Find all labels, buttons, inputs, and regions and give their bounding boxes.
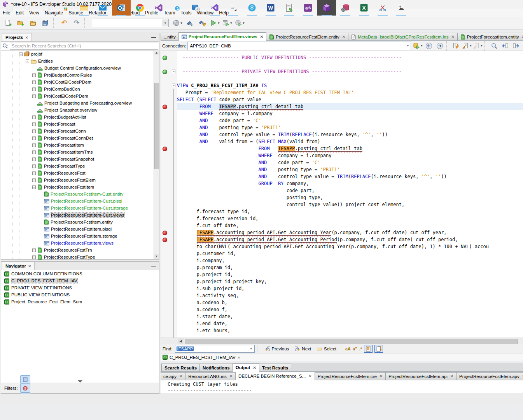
- navigator-tab[interactable]: Navigator ✕: [2, 262, 35, 270]
- deploy-db-button[interactable]: ▼: [413, 41, 423, 51]
- last-edit-button[interactable]: [451, 41, 462, 51]
- highlight-results-button[interactable]: [364, 345, 373, 353]
- projects-tab[interactable]: Projects ✕: [2, 33, 32, 41]
- find-previous-button[interactable]: Previous: [263, 345, 291, 352]
- editor-tab[interactable]: MetaData_IstoolBIQfactCProjResFcstItem.i…: [348, 33, 458, 40]
- whole-word-button[interactable]: a”: [353, 346, 357, 351]
- output-tab[interactable]: Notifications: [199, 364, 233, 371]
- nav-back-button[interactable]: [423, 41, 434, 51]
- close-icon[interactable]: ✕: [253, 366, 256, 370]
- taskbar-excel[interactable]: X: [355, 0, 373, 16]
- taskbar-ifs-app[interactable]: IFS: [299, 0, 317, 16]
- code-line[interactable]: p.project_id,: [177, 271, 523, 278]
- navigator-item[interactable]: PUBLIC VIEW DEFINITIONS: [1, 291, 159, 298]
- close-icon[interactable]: ✕: [260, 35, 263, 39]
- collapse-icon[interactable]: −: [32, 186, 36, 189]
- regex-button[interactable]: .*: [359, 346, 362, 351]
- tree-item[interactable]: +ProjectResourceFcstElem: [1, 177, 159, 184]
- tree-item[interactable]: +ProjCostElCodePDem: [1, 93, 159, 100]
- code-line[interactable]: VIEW C_PROJ_RES_FCST_ITEM_IAV IS: [177, 82, 523, 89]
- tree-item[interactable]: +ProjCompBudCon: [1, 86, 159, 93]
- tree-item[interactable]: Budget Control Configuration.overview: [1, 65, 159, 72]
- expand-icon[interactable]: +: [32, 74, 36, 77]
- error-badge-icon[interactable]: [163, 105, 167, 109]
- breadcrumb-item[interactable]: C_PROJ_RES_FCST_ITEM_IAV: [170, 355, 236, 360]
- expand-icon[interactable]: +: [32, 248, 36, 252]
- find-next-button[interactable]: Next: [293, 345, 313, 352]
- connection-select[interactable]: APPS10_DEP_CMB ▼: [187, 42, 411, 50]
- code-line[interactable]: FROM IFSAPP.posting_ctrl_detail_tab: [177, 103, 523, 110]
- close-icon[interactable]: ✕: [28, 264, 31, 268]
- expand-icon[interactable]: +: [32, 122, 36, 126]
- close-icon[interactable]: ✕: [521, 35, 523, 39]
- undo-button[interactable]: ↶: [58, 18, 70, 28]
- taskbar-skype[interactable]: [243, 0, 261, 16]
- match-case-button[interactable]: aA: [345, 346, 351, 351]
- code-line[interactable]: AND valid_from = (SELECT MAX(valid_from): [177, 138, 523, 145]
- output-subtab[interactable]: ProjectResourceFcstElem.api✕: [385, 372, 457, 380]
- projects-scrollbar[interactable]: ▲ ▼: [154, 50, 159, 259]
- code-line[interactable]: i.activity_seq,: [177, 292, 523, 299]
- code-line[interactable]: AND control_type_value = TRIM(REPLACE(i.…: [177, 173, 523, 180]
- tree-item[interactable]: +ProjectResourceFcst: [1, 170, 159, 177]
- expand-icon[interactable]: +: [32, 164, 36, 168]
- tree-item[interactable]: +ProjectBudgetActHist: [1, 114, 159, 121]
- expand-icon[interactable]: +: [32, 172, 36, 175]
- tree-item[interactable]: ProjectResourceFcstItem.storage: [1, 233, 159, 240]
- error-badge-icon[interactable]: [163, 147, 167, 151]
- taskbar-plsql-developer[interactable]: [336, 0, 355, 16]
- code-line[interactable]: [177, 61, 523, 68]
- taskbar-search[interactable]: [19, 0, 37, 16]
- navigator-item[interactable]: COMMON COLUMN DEFINITIONS: [1, 270, 159, 277]
- expand-icon[interactable]: +: [32, 130, 36, 133]
- tree-item[interactable]: ProjectResourceFcstItem.plsql: [1, 226, 159, 233]
- scroll-down-icon[interactable]: ▼: [154, 254, 159, 259]
- collapse-icon[interactable]: −: [19, 52, 23, 56]
- expand-icon[interactable]: +: [32, 144, 36, 147]
- tree-item[interactable]: ProjectResourceFcstItem.views: [1, 240, 159, 247]
- code-line[interactable]: posting_type,: [177, 194, 523, 201]
- navigator-item[interactable]: PRIVATE VIEW DEFINITIONS: [1, 284, 159, 291]
- code-line[interactable]: i.end_date,: [177, 320, 523, 327]
- wrap-search-button[interactable]: [374, 345, 383, 353]
- tree-item[interactable]: −projbf: [1, 51, 159, 58]
- toolbar-combobox[interactable]: ▼: [92, 19, 169, 27]
- taskbar-edge[interactable]: e: [168, 0, 187, 16]
- scrollbar-thumb[interactable]: [185, 339, 518, 344]
- code-line[interactable]: p.program_id,: [177, 264, 523, 271]
- navigator-item[interactable]: C_PROJ_RES_FCST_ITEM_IAV: [1, 277, 159, 284]
- tree-item[interactable]: ProjectResourceFcstItem.entity: [1, 219, 159, 226]
- tree-item[interactable]: +ProjectForecastConn: [1, 128, 159, 135]
- error-badge-icon[interactable]: [163, 231, 167, 235]
- close-icon[interactable]: ✕: [380, 374, 383, 378]
- search-input[interactable]: Search in Recent Searches (Ctrl+I): [10, 42, 158, 50]
- close-icon[interactable]: ✕: [308, 374, 311, 378]
- code-line[interactable]: f.forecast_version_id,: [177, 215, 523, 222]
- taskbar-install-media[interactable]: [187, 0, 205, 16]
- tree-item[interactable]: +ProjectForecastType: [1, 163, 159, 170]
- navigator-item[interactable]: Project_Resource_Fcst_Elem_Sum: [1, 298, 159, 305]
- close-icon[interactable]: ✕: [179, 374, 182, 378]
- fold-collapse-icon[interactable]: −: [172, 84, 175, 87]
- find-button[interactable]: [489, 41, 500, 51]
- nav-forward-button[interactable]: [434, 41, 445, 51]
- editor-tab[interactable]: ProjectForecastItem.entity✕: [457, 33, 523, 40]
- close-icon[interactable]: ✕: [342, 35, 345, 39]
- tree-item[interactable]: +ProjectResourceFcstType: [1, 254, 159, 260]
- find-select-button[interactable]: Select: [315, 345, 338, 352]
- taskbar-outlook[interactable]: [112, 0, 131, 16]
- redo-button[interactable]: ↷: [71, 18, 82, 28]
- clean-build-button[interactable]: [197, 18, 208, 28]
- code-line[interactable]: a.codeno_f,: [177, 306, 523, 313]
- new-project-button[interactable]: [15, 18, 26, 28]
- tree-item[interactable]: ProjectResourceFcstItem-Cust.storage: [1, 205, 159, 212]
- editor-hscrollbar[interactable]: ◀: [161, 338, 523, 344]
- scroll-up-icon[interactable]: ▲: [154, 50, 159, 55]
- search-icon[interactable]: [2, 43, 8, 49]
- save-all-button[interactable]: [40, 18, 51, 28]
- scroll-left-icon[interactable]: ◀: [178, 338, 184, 344]
- jump-doc-disabled-button[interactable]: ▼: [472, 41, 483, 51]
- taskbar-file-explorer[interactable]: [75, 0, 93, 16]
- tree-item[interactable]: +ProjectForecastSnapshot: [1, 156, 159, 163]
- output-subtab[interactable]: ResourceLANG.ins✕: [185, 372, 236, 380]
